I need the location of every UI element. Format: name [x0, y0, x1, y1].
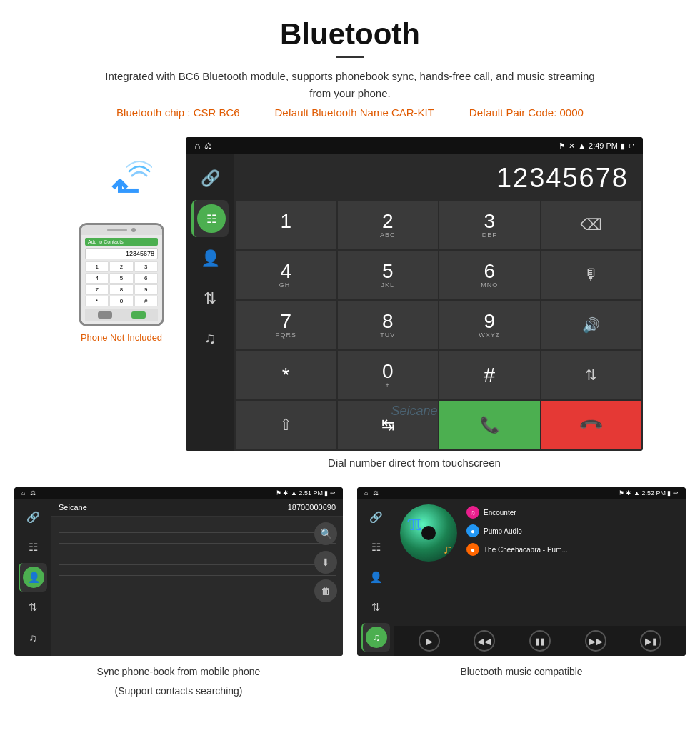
phone-video-btn[interactable]	[98, 311, 112, 319]
dialer-main: 12345678 1 2 ABC 3	[234, 154, 643, 451]
key-volume[interactable]: 🔊	[541, 301, 642, 349]
ms-link-icon: 🔗	[369, 511, 383, 524]
key-swap[interactable]: ⇅	[541, 351, 642, 399]
pb-signal-icon: ▲	[291, 489, 297, 497]
ctrl-skip-btn[interactable]: ▶▮	[640, 630, 661, 652]
dialer-body: 🔗 ☷ 👤 ⇅ ♫	[186, 154, 643, 451]
ms-sidebar-music[interactable]: ♫	[361, 623, 390, 652]
key-end-call[interactable]: 📞	[541, 401, 642, 449]
ctrl-next-btn[interactable]: ▶▶	[585, 630, 606, 652]
music-caption: Bluetooth music compatible	[460, 664, 582, 679]
phone-key-7: 7	[85, 284, 109, 295]
pb-sidebar-link[interactable]: 🔗	[19, 503, 47, 532]
music-disc-center	[421, 526, 436, 540]
key-arrow-up[interactable]: ⇧	[236, 401, 336, 449]
key-9-main: 9	[484, 311, 495, 331]
key-star[interactable]: *	[236, 351, 336, 399]
key-hash[interactable]: #	[439, 351, 540, 399]
phone-key-hash: #	[134, 296, 158, 306]
search-icon: 🔍	[320, 528, 332, 539]
ms-sidebar-link[interactable]: 🔗	[361, 503, 390, 532]
key-3-main: 3	[484, 211, 495, 231]
ms-usb-icon: ⚖	[373, 489, 379, 497]
swap-icon: ⇅	[585, 366, 597, 384]
key-mute[interactable]: 🎙	[541, 251, 642, 299]
phonebook-actions: 🔍 ⬇ 🗑	[314, 522, 337, 602]
ms-back: ↩	[673, 489, 679, 497]
phone-not-included: Phone Not Included	[81, 332, 162, 343]
usb-icon: ⚖	[204, 141, 212, 151]
key-7[interactable]: 7 PQRS	[236, 301, 336, 349]
key-6[interactable]: 6 MNO	[439, 251, 540, 299]
key-7-main: 7	[280, 311, 291, 331]
key-backspace[interactable]: ⌫	[541, 201, 642, 249]
phone-speaker	[107, 229, 127, 231]
key-1-sub	[284, 231, 287, 239]
key-8[interactable]: 8 TUV	[338, 301, 439, 349]
phone-camera	[131, 228, 136, 232]
pb-sidebar-dialpad[interactable]: ☷	[19, 533, 47, 562]
ms-contacts-icon: 👤	[369, 571, 383, 584]
ms-transfer-icon: ⇅	[371, 601, 381, 614]
phone-key-3: 3	[134, 261, 158, 272]
key-5[interactable]: 5 JKL	[338, 251, 439, 299]
phonebook-search-btn[interactable]: 🔍	[314, 522, 337, 545]
pb-dialpad-icon: ☷	[29, 541, 38, 554]
track-item-2: ● Pump Audio	[466, 523, 680, 539]
key-switch[interactable]: ↹	[338, 401, 439, 449]
sidebar-btn-dialpad[interactable]: ☷	[191, 200, 229, 237]
bt-waves-icon	[126, 161, 152, 204]
key-4-sub: GHI	[279, 281, 293, 289]
sidebar-btn-music[interactable]: ♫	[191, 320, 229, 357]
ctrl-pause-icon: ▮▮	[535, 636, 545, 647]
pb-sidebar-transfer[interactable]: ⇅	[19, 593, 47, 622]
ms-sidebar-transfer[interactable]: ⇅	[361, 593, 390, 622]
download-icon: ⬇	[321, 557, 330, 568]
key-1[interactable]: 1	[236, 201, 336, 249]
key-4[interactable]: 4 GHI	[236, 251, 336, 299]
status-left: ⌂ ⚖	[194, 140, 212, 151]
key-9-sub: WXYZ	[479, 331, 500, 339]
dialpad-icon-bg: ☷	[197, 204, 226, 233]
key-call[interactable]: 📞	[439, 401, 540, 449]
key-3[interactable]: 3 DEF	[439, 201, 540, 249]
sidebar-btn-contacts[interactable]: 👤	[191, 240, 229, 277]
bottom-screens: ⌂ ⚖ ⚑ ✱ ▲ 2:51 PM ▮ ↩ 🔗	[0, 487, 700, 700]
ctrl-prev-btn[interactable]: ◀◀	[474, 630, 495, 652]
phone-call-btn[interactable]	[131, 311, 146, 319]
phonebook-screen: ⌂ ⚖ ⚑ ✱ ▲ 2:51 PM ▮ ↩ 🔗	[14, 487, 343, 656]
back-icon: ↩	[628, 141, 634, 151]
track-icon-3: ●	[466, 543, 479, 556]
pb-transfer-icon: ⇅	[29, 601, 38, 614]
ms-sidebar-contacts[interactable]: 👤	[361, 563, 390, 592]
music-status-bar: ⌂ ⚖ ⚑ ✱ ▲ 2:52 PM ▮ ↩	[357, 487, 686, 499]
key-9[interactable]: 9 WXYZ	[439, 301, 540, 349]
location-icon: ⚑	[559, 141, 566, 151]
phonebook-status-bar: ⌂ ⚖ ⚑ ✱ ▲ 2:51 PM ▮ ↩	[14, 487, 343, 499]
switch-icon: ↹	[381, 416, 394, 434]
music-controls: ▶ ◀◀ ▮▮ ▶▶ ▶▮	[394, 626, 686, 656]
ctrl-play-btn[interactable]: ▶	[419, 630, 440, 652]
ms-sidebar-dialpad[interactable]: ☷	[361, 533, 390, 562]
dialpad-icon: ☷	[206, 212, 216, 226]
phone-keypad: 1 2 3 4 5 6 7 8 9 * 0 #	[85, 261, 158, 306]
key-5-main: 5	[382, 261, 394, 281]
ms-dialpad-icon: ☷	[371, 541, 381, 554]
key-0[interactable]: 0 +	[338, 351, 439, 399]
phone-key-8: 8	[109, 284, 133, 295]
page-specs: Bluetooth chip : CSR BC6 Default Bluetoo…	[0, 106, 700, 119]
spec-code: Default Pair Code: 0000	[469, 106, 584, 119]
ctrl-play-icon: ▶	[426, 636, 433, 647]
key-2[interactable]: 2 ABC	[338, 201, 439, 249]
phonebook-download-btn[interactable]: ⬇	[314, 551, 337, 574]
music-block: ⌂ ⚖ ⚑ ✱ ▲ 2:52 PM ▮ ↩ 🔗	[357, 487, 686, 700]
phonebook-delete-btn[interactable]: 🗑	[314, 579, 337, 602]
ms-music-icon: ♫	[373, 632, 381, 643]
pb-sidebar-contacts[interactable]: 👤	[19, 563, 47, 592]
pb-sidebar-music[interactable]: ♫	[19, 623, 47, 652]
ms-status-left: ⌂ ⚖	[364, 489, 379, 497]
ctrl-pause-btn[interactable]: ▮▮	[529, 630, 551, 652]
sidebar-btn-link[interactable]: 🔗	[191, 160, 229, 197]
sidebar-btn-transfer[interactable]: ⇅	[191, 280, 229, 317]
music-album-area: ℼ ♫	[400, 504, 461, 565]
